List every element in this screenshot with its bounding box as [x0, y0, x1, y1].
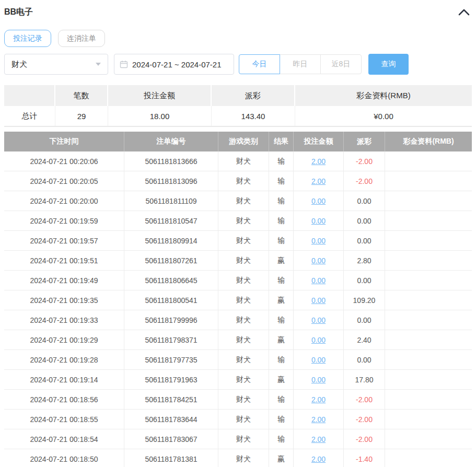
calendar-icon [120, 60, 128, 68]
cell-bet-time: 2024-07-21 00:19:29 [4, 330, 124, 349]
cell-bet-amount: 0.00 [294, 310, 344, 330]
cell-payout: 0.00 [344, 350, 385, 369]
cell-result: 输 [269, 171, 294, 191]
cell-bonus [385, 390, 472, 409]
col-header-order-number: 注单编号 [124, 132, 218, 151]
cell-payout: 2.80 [344, 251, 385, 270]
cell-bet-amount: 0.00 [294, 350, 344, 369]
bet-amount-link[interactable]: 2.00 [311, 395, 326, 404]
bet-amount-link[interactable]: 2.00 [311, 435, 326, 443]
table-row: 2024-07-21 00:18:55 5061181783644 财犬 输 2… [4, 410, 472, 429]
table-row: 2024-07-21 00:19:29 5061181798371 财犬 赢 0… [4, 330, 472, 350]
bet-amount-link[interactable]: 2.00 [311, 157, 326, 166]
cell-bonus [385, 251, 472, 270]
bet-amount-link[interactable]: 0.00 [311, 296, 326, 305]
table-row: 2024-07-21 00:19:14 5061181791963 财犬 赢 0… [4, 370, 472, 390]
cell-game-type: 财犬 [218, 271, 269, 290]
cell-payout: 109.20 [344, 290, 385, 310]
col-header-payout: 派彩 [344, 132, 385, 151]
tab-cancelled-orders[interactable]: 连消注单 [58, 30, 105, 47]
table-header-row: 下注时间 注单编号 游戏类别 结果 投注金额 派彩 彩金资料(RMB) [4, 132, 472, 151]
bet-amount-link[interactable]: 0.00 [311, 356, 326, 364]
cell-bonus [385, 271, 472, 290]
cell-order-number: 5061181784251 [124, 390, 218, 409]
cell-payout: -1.40 [344, 449, 385, 467]
cell-game-type: 财犬 [218, 310, 269, 330]
tab-bet-records[interactable]: 投注记录 [4, 30, 51, 47]
cell-game-type: 财犬 [218, 191, 269, 211]
cell-order-number: 5061181809914 [124, 231, 218, 250]
cell-bet-amount: 2.00 [294, 429, 344, 449]
summary-total-bet: 18.00 [108, 106, 212, 126]
cell-bet-time: 2024-07-21 00:19:14 [4, 370, 124, 389]
bet-amount-link[interactable]: 0.00 [311, 276, 326, 285]
cell-order-number: 5061181799996 [124, 310, 218, 330]
cell-game-type: 财犬 [218, 350, 269, 369]
cell-bet-time: 2024-07-21 00:19:49 [4, 271, 124, 290]
cell-bet-time: 2024-07-21 00:18:56 [4, 390, 124, 409]
cell-bet-amount: 2.00 [294, 390, 344, 409]
cell-bet-time: 2024-07-21 00:20:06 [4, 151, 124, 171]
cell-result: 赢 [269, 290, 294, 310]
bet-amount-link[interactable]: 0.00 [311, 217, 326, 225]
bet-amount-link[interactable]: 0.00 [311, 336, 326, 344]
page-title: BB电子 [4, 7, 33, 18]
cell-bet-time: 2024-07-21 00:19:59 [4, 211, 124, 230]
cell-payout: 2.40 [344, 330, 385, 349]
cell-order-number: 5061181797735 [124, 350, 218, 369]
quick-date-group: 今日 昨日 近8日 [239, 54, 362, 74]
cell-game-type: 财犬 [218, 370, 269, 389]
cell-result: 赢 [269, 370, 294, 389]
cell-bet-amount: 0.00 [294, 211, 344, 230]
cell-bet-amount: 2.00 [294, 151, 344, 171]
summary-header-count: 笔数 [55, 85, 108, 106]
quick-yesterday-button[interactable]: 昨日 [280, 54, 321, 74]
bet-amount-link[interactable]: 0.00 [311, 376, 326, 384]
cell-order-number: 5061181810547 [124, 211, 218, 230]
table-row: 2024-07-21 00:19:28 5061181797735 财犬 输 0… [4, 350, 472, 370]
col-header-game-type: 游戏类别 [218, 132, 269, 151]
bet-amount-link[interactable]: 2.00 [311, 415, 326, 424]
table-row: 2024-07-21 00:20:00 5061181811109 财犬 输 0… [4, 191, 472, 211]
cell-game-type: 财犬 [218, 390, 269, 409]
quick-today-button[interactable]: 今日 [239, 54, 280, 74]
cell-bonus [385, 330, 472, 349]
cell-result: 输 [269, 350, 294, 369]
cell-bet-amount: 0.00 [294, 191, 344, 211]
query-button[interactable]: 查询 [368, 54, 409, 75]
cell-bet-amount: 2.00 [294, 410, 344, 429]
cell-order-number: 5061181813096 [124, 171, 218, 191]
chevron-down-icon [96, 63, 101, 66]
cell-bet-time: 2024-07-21 00:19:51 [4, 251, 124, 270]
col-header-result: 结果 [269, 132, 294, 151]
table-row: 2024-07-21 00:20:06 5061181813666 财犬 输 2… [4, 151, 472, 171]
bet-amount-link[interactable]: 0.00 [311, 256, 326, 265]
cell-game-type: 财犬 [218, 290, 269, 310]
quick-last8days-button[interactable]: 近8日 [320, 54, 362, 74]
cell-bonus [385, 211, 472, 230]
chevron-up-icon [458, 8, 470, 16]
cell-bet-amount: 0.00 [294, 231, 344, 250]
col-header-bet-amount: 投注金额 [294, 132, 344, 151]
table-row: 2024-07-21 00:20:05 5061181813096 财犬 输 2… [4, 171, 472, 191]
cell-bet-time: 2024-07-21 00:18:54 [4, 429, 124, 449]
cell-result: 输 [269, 271, 294, 290]
cell-bet-time: 2024-07-21 00:18:55 [4, 410, 124, 429]
cell-bet-amount: 0.00 [294, 370, 344, 389]
date-range-input[interactable]: 2024-07-21 ~ 2024-07-21 [114, 54, 234, 75]
collapse-button[interactable] [456, 6, 472, 18]
cell-bonus [385, 191, 472, 211]
bet-amount-link[interactable]: 0.00 [311, 316, 326, 324]
bet-amount-link[interactable]: 0.00 [311, 197, 326, 205]
cell-result: 输 [269, 410, 294, 429]
cell-payout: 0.00 [344, 310, 385, 330]
game-select[interactable]: 财犬 [4, 54, 108, 75]
col-header-bet-time: 下注时间 [4, 132, 124, 151]
cell-game-type: 财犬 [218, 410, 269, 429]
summary-table: 笔数 投注金额 派彩 彩金资料(RMB) 总计 29 18.00 143.40 … [4, 85, 472, 127]
bet-amount-link[interactable]: 0.00 [311, 237, 326, 245]
bet-amount-link[interactable]: 2.00 [311, 177, 326, 185]
bet-amount-link[interactable]: 2.00 [311, 455, 326, 463]
cell-bet-time: 2024-07-21 00:20:05 [4, 171, 124, 191]
bet-records-table: 下注时间 注单编号 游戏类别 结果 投注金额 派彩 彩金资料(RMB) 2024… [4, 132, 472, 467]
